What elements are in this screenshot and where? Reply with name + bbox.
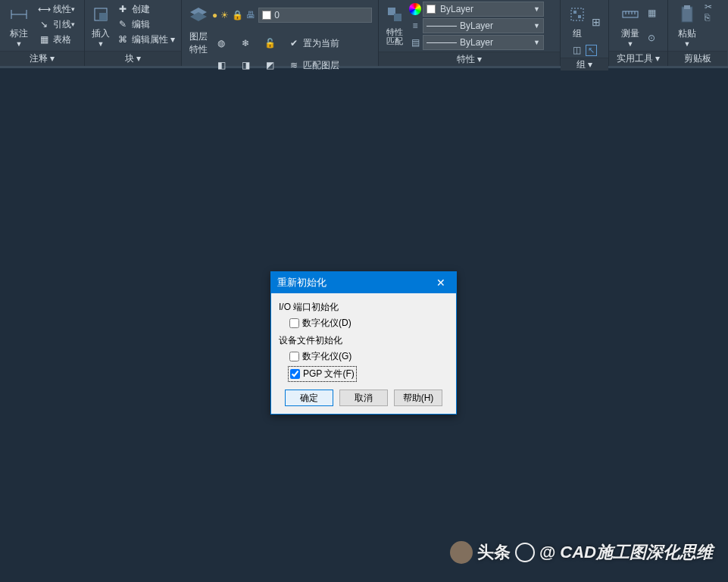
layer-iso-icon: ◧ <box>215 59 227 71</box>
insert-button[interactable]: 插入 ▼ <box>88 2 114 49</box>
panel-utilities: 测量 ▼ ▦ ⊙ 实用工具 ▾ <box>609 0 668 66</box>
group-button[interactable]: 组 <box>567 2 587 42</box>
insert-label: 插入 <box>92 27 110 40</box>
panel-title-group[interactable]: 组 ▾ <box>561 58 608 71</box>
calc-icon[interactable]: ▦ <box>648 8 656 18</box>
group-edit-icon[interactable]: ◫ <box>573 45 581 56</box>
layer-select[interactable]: 0 <box>258 8 372 23</box>
sun-icon[interactable]: ☀ <box>220 10 229 20</box>
digitizer-d-label: 数字化仪(D) <box>302 317 352 330</box>
leader-icon: ↘ <box>38 18 50 30</box>
layer-freeze-icon: ❄ <box>239 37 252 49</box>
create-icon: ✚ <box>117 3 129 15</box>
layer-tool2[interactable]: ❄ <box>238 36 256 51</box>
layer-select-value: 0 <box>274 10 280 20</box>
create-button[interactable]: ✚创建 <box>115 2 177 17</box>
clipboard-icon <box>676 3 698 26</box>
digitizer-g-row[interactable]: 数字化仪(G) <box>279 349 448 366</box>
layer-uniso-icon: ◨ <box>239 59 252 71</box>
point-icon[interactable]: ⊙ <box>648 33 656 43</box>
dialog-title: 重新初始化 <box>277 276 327 289</box>
match-props-button[interactable]: 特性匹配 <box>382 2 408 47</box>
lineweight-select[interactable]: ByLayer▼ <box>423 35 544 50</box>
layer-props-label: 图层特性 <box>185 30 212 56</box>
pgp-file-label: PGP 文件(F) <box>303 368 355 380</box>
edit-icon: ✎ <box>117 18 129 30</box>
svg-rect-11 <box>578 15 581 18</box>
group-io-label: I/O 端口初始化 <box>279 301 448 314</box>
set-current-button[interactable]: ✔置为当前 <box>286 36 341 51</box>
panel-layer: ● ☀ 🔒 🖶 0 图层特性 ◍ ❄ 🔓 ✔置为当前 <box>182 0 379 66</box>
copy-icon[interactable]: ⎘ <box>705 12 712 23</box>
table-button[interactable]: ▦表格 <box>36 32 77 47</box>
svg-rect-4 <box>99 13 107 20</box>
group-select-icon[interactable]: ↖ <box>586 45 597 56</box>
pgp-file-checkbox[interactable] <box>290 369 300 379</box>
dimension-label: 标注 <box>10 27 28 40</box>
panel-title-block[interactable]: 块 ▾ <box>85 51 181 66</box>
avatar-icon <box>450 541 473 564</box>
panel-annotate: 标注 ▼ ⟷线性 ▾ ↘引线 ▾ ▦表格 注释 ▾ <box>0 0 85 66</box>
current-icon: ✔ <box>288 37 300 49</box>
panel-properties: 特性匹配 ByLayer▼ ≡ ByLayer▼ ▤ ByLayer▼ 特性 ▾ <box>379 0 561 66</box>
paste-button[interactable]: 粘贴 ▼ <box>671 2 703 49</box>
svg-rect-10 <box>573 11 576 14</box>
layer-off-icon: ◍ <box>215 37 227 49</box>
svg-rect-8 <box>394 14 401 21</box>
lineweight-icon[interactable]: ≡ <box>409 20 421 31</box>
ribbon-toolbar: 标注 ▼ ⟷线性 ▾ ↘引线 ▾ ▦表格 注释 ▾ 插入 ▼ ✚创建 ✎编辑 ⌘… <box>0 0 728 68</box>
leader-button[interactable]: ↘引线 ▾ <box>36 17 77 32</box>
digitizer-d-checkbox[interactable] <box>289 318 299 328</box>
svg-rect-18 <box>684 5 690 9</box>
digitizer-d-row[interactable]: 数字化仪(D) <box>279 315 448 333</box>
color-select[interactable]: ByLayer▼ <box>423 2 544 17</box>
insert-icon <box>89 3 112 26</box>
panel-title-clip: 剪贴板 <box>668 51 727 66</box>
digitizer-g-label: 数字化仪(G) <box>302 350 352 363</box>
dialog-titlebar[interactable]: 重新初始化 ✕ <box>271 272 456 293</box>
ruler-icon <box>619 3 642 26</box>
edit-attr-button[interactable]: ⌘编辑属性 ▾ <box>115 32 177 47</box>
layer-color-swatch <box>262 11 271 20</box>
cancel-button[interactable]: 取消 <box>339 390 388 406</box>
linetype-select[interactable]: ByLayer▼ <box>423 18 544 33</box>
layers-icon <box>187 3 210 26</box>
close-icon[interactable]: ✕ <box>426 272 456 293</box>
lock-icon[interactable]: 🔒 <box>232 10 243 20</box>
ok-button[interactable]: 确定 <box>285 390 333 406</box>
reinit-dialog: 重新初始化 ✕ I/O 端口初始化 数字化仪(D) 设备文件初始化 数字化仪(G… <box>270 271 457 415</box>
digitizer-g-checkbox[interactable] <box>289 352 299 361</box>
dimension-icon <box>8 3 30 26</box>
panel-clipboard: 粘贴 ▼ ✂ ⎘ 剪贴板 <box>668 0 727 66</box>
panel-title-props[interactable]: 特性 ▾ <box>379 52 560 66</box>
measure-button[interactable]: 测量 ▼ <box>619 2 642 49</box>
layer-tool1[interactable]: ◍ <box>214 36 232 51</box>
plot-icon[interactable]: 🖶 <box>246 10 255 20</box>
panel-block: 插入 ▼ ✚创建 ✎编辑 ⌘编辑属性 ▾ 块 ▾ <box>85 0 182 66</box>
linear-button[interactable]: ⟷线性 ▾ <box>36 2 77 17</box>
panel-title-util[interactable]: 实用工具 ▾ <box>609 51 667 66</box>
color-wheel-icon[interactable] <box>409 3 421 15</box>
svg-rect-9 <box>571 8 583 20</box>
group-icon <box>566 3 589 26</box>
layer-walk-icon: ◩ <box>264 59 276 71</box>
dimension-button[interactable]: 标注 ▼ <box>3 2 35 49</box>
panel-group: 组 ⊞ ◫ ↖ 组 ▾ <box>561 0 609 66</box>
layer-props-button[interactable] <box>185 2 212 29</box>
chevron-down-icon: ▼ <box>98 40 105 48</box>
group-device-label: 设备文件初始化 <box>279 334 448 347</box>
layer-lock-icon: 🔓 <box>264 37 276 49</box>
cut-icon[interactable]: ✂ <box>705 2 712 12</box>
ungroup-icon[interactable]: ⊞ <box>592 16 601 28</box>
edit-button[interactable]: ✎编辑 <box>115 17 177 32</box>
pgp-file-row[interactable]: PGP 文件(F) <box>288 366 357 382</box>
lightbulb-icon[interactable]: ● <box>212 10 217 20</box>
svg-rect-12 <box>623 11 638 17</box>
panel-title-annotate[interactable]: 注释 ▾ <box>0 51 84 66</box>
table-icon: ▦ <box>38 33 50 45</box>
linetype-icon[interactable]: ▤ <box>409 37 421 48</box>
chevron-down-icon: ▼ <box>16 40 23 48</box>
help-button[interactable]: 帮助(H) <box>394 390 442 406</box>
match-props-label: 特性匹配 <box>386 27 403 45</box>
layer-tool3[interactable]: 🔓 <box>262 36 280 51</box>
